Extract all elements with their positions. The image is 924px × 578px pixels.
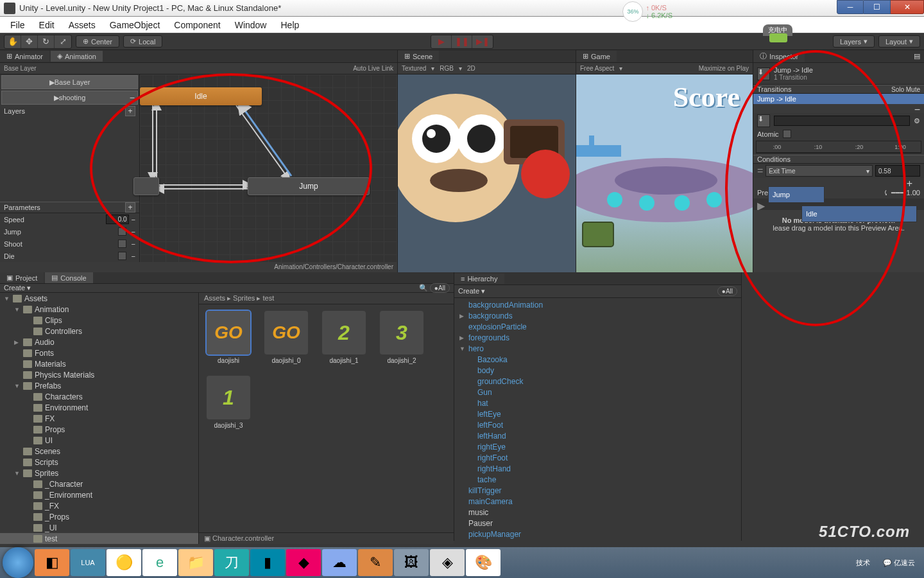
preview-ik-icon[interactable]: ⤹: [883, 189, 889, 197]
add-condition[interactable]: +: [753, 178, 924, 187]
tab-inspector[interactable]: ⓘ Inspector: [753, 50, 805, 62]
tree-item-prefabs[interactable]: ▼Prefabs: [0, 380, 198, 391]
tree-item-animation[interactable]: ▼Animation: [0, 304, 198, 315]
tree-item-test[interactable]: test: [0, 533, 198, 544]
hierarchy-music[interactable]: music: [454, 507, 741, 518]
layer-shooting[interactable]: ▶ shooting−: [1, 91, 138, 105]
step-button[interactable]: ▶❚: [472, 35, 493, 48]
tab-game[interactable]: ⊞ Game: [576, 51, 617, 62]
hierarchy-spawners[interactable]: ▼spawners: [454, 539, 741, 541]
tree-item-audio[interactable]: ▶Audio: [0, 337, 198, 347]
game-aspect[interactable]: Free Aspect: [580, 65, 614, 72]
tree-item-_fx[interactable]: _FX: [0, 500, 198, 511]
tab-project[interactable]: ▣ Project: [0, 272, 44, 283]
hierarchy-explosionParticle[interactable]: explosionParticle: [454, 321, 741, 332]
tab-scene[interactable]: ⊞ Scene: [398, 51, 439, 62]
project-breadcrumb[interactable]: Assets ▸ Sprites ▸ test: [199, 293, 454, 304]
taskbar-app-2[interactable]: LUA: [71, 549, 105, 576]
move-tool[interactable]: ✥: [21, 35, 38, 48]
tree-item-_character[interactable]: _Character: [0, 478, 198, 489]
taskbar-ie[interactable]: e: [142, 549, 177, 576]
hierarchy-backgrounds[interactable]: ▶backgrounds: [454, 310, 741, 321]
tree-item-props[interactable]: Props: [0, 424, 198, 435]
hierarchy-mainCamera[interactable]: mainCamera: [454, 496, 741, 507]
layers-dropdown[interactable]: Layers ▾: [833, 35, 875, 48]
state-jump[interactable]: Jump: [248, 177, 370, 195]
taskbar-app-1[interactable]: ◧: [35, 549, 69, 576]
hierarchy-hat[interactable]: hat: [454, 398, 741, 408]
asset-daojishi[interactable]: GOdaojishi: [205, 311, 252, 364]
hierarchy-foregrounds[interactable]: ▶foregrounds: [454, 332, 741, 343]
pause-button[interactable]: ❚❚: [452, 35, 472, 48]
layer-base[interactable]: ▶ Base Layer: [1, 75, 138, 89]
space-toggle[interactable]: ⟳ Local: [123, 35, 162, 48]
tree-item-scenes[interactable]: Scenes: [0, 446, 198, 457]
taskbar-chrome[interactable]: 🟡: [107, 549, 141, 576]
tab-animator[interactable]: ⊞ Animator: [0, 51, 49, 62]
tree-item-_props[interactable]: _Props: [0, 511, 198, 522]
scene-viewport[interactable]: [398, 74, 576, 272]
hierarchy-Pauser[interactable]: Pauser: [454, 518, 741, 529]
taskbar-explorer[interactable]: 📁: [178, 549, 213, 576]
transition-name-field[interactable]: [774, 116, 910, 126]
hierarchy-groundCheck[interactable]: groundCheck: [454, 376, 741, 387]
pivot-toggle[interactable]: ⊕ Center: [76, 35, 119, 48]
remove-transition[interactable]: −: [753, 104, 924, 113]
hierarchy-leftEye[interactable]: leftEye: [454, 408, 741, 419]
tree-item-fx[interactable]: FX: [0, 413, 198, 424]
taskbar-app-8[interactable]: 🖼: [394, 549, 429, 576]
maximize-button[interactable]: ☐: [864, 0, 891, 14]
tree-item-ui[interactable]: UI: [0, 435, 198, 446]
add-param-button[interactable]: +: [125, 202, 135, 213]
state-unnamed[interactable]: [133, 177, 159, 195]
taskbar-app-5[interactable]: ◆: [286, 549, 321, 576]
hierarchy-backgroundAnimation[interactable]: backgroundAnimation: [454, 299, 741, 310]
state-idle[interactable]: Idle: [140, 87, 262, 105]
asset-daojishi_1[interactable]: 2daojishi_1: [321, 311, 367, 364]
tree-item-scripts[interactable]: Scripts: [0, 457, 198, 468]
param-die[interactable]: Die−: [0, 250, 139, 262]
start-button[interactable]: [3, 547, 33, 578]
scene-rgb[interactable]: RGB: [440, 65, 454, 72]
scene-shading[interactable]: Textured: [402, 65, 426, 72]
condition-type-dropdown[interactable]: Exit Time▾: [766, 165, 873, 177]
hierarchy-rightHand[interactable]: rightHand: [454, 463, 741, 474]
menu-assets[interactable]: Assets: [64, 19, 101, 31]
hierarchy-rightFoot[interactable]: rightFoot: [454, 452, 741, 463]
tree-item-fonts[interactable]: Fonts: [0, 347, 198, 358]
layout-dropdown[interactable]: Layout ▾: [878, 35, 920, 48]
tree-item-sprites[interactable]: ▼Sprites: [0, 468, 198, 478]
asset-daojishi_0[interactable]: GOdaojishi_0: [263, 311, 309, 364]
menu-file[interactable]: File: [5, 19, 30, 31]
menu-window[interactable]: Window: [230, 19, 272, 31]
hierarchy-leftFoot[interactable]: leftFoot: [454, 419, 741, 430]
animator-graph[interactable]: Idle Jump: [140, 74, 397, 262]
hierarchy-tree[interactable]: backgroundAnimation▶backgroundsexplosion…: [454, 298, 741, 541]
taskbar-tray[interactable]: 技术💬 亿速云: [856, 558, 921, 568]
hierarchy-hero[interactable]: ▼hero: [454, 343, 741, 354]
minimize-button[interactable]: ─: [837, 0, 864, 14]
game-viewport[interactable]: Score: [576, 74, 753, 272]
hierarchy-Gun[interactable]: Gun: [454, 387, 741, 398]
hierarchy-create-dropdown[interactable]: Create ▾: [458, 287, 485, 295]
tree-item-characters[interactable]: Characters: [0, 391, 198, 402]
close-button[interactable]: ✕: [891, 0, 924, 14]
breadcrumb-base-layer[interactable]: Base Layer: [4, 65, 37, 72]
tree-item-physics-materials[interactable]: Physics Materials: [0, 369, 198, 380]
param-shoot[interactable]: Shoot−: [0, 238, 139, 250]
tree-item-clips[interactable]: Clips: [0, 315, 198, 326]
scene-2d[interactable]: 2D: [467, 65, 475, 72]
menu-help[interactable]: Help: [275, 19, 304, 31]
scale-tool[interactable]: ⤢: [55, 35, 71, 48]
asset-grid[interactable]: GOdaojishiGOdaojishi_02daojishi_13daojis…: [199, 304, 454, 532]
condition-value-field[interactable]: [875, 165, 920, 177]
asset-daojishi_3[interactable]: 1daojishi_3: [205, 376, 252, 429]
search-icon[interactable]: 🔍: [419, 284, 428, 292]
gear-icon[interactable]: ⚙: [914, 117, 920, 125]
add-layer-button[interactable]: +: [125, 106, 135, 116]
menu-component[interactable]: Component: [169, 19, 225, 31]
param-jump[interactable]: Jump−: [0, 225, 139, 238]
hierarchy-body[interactable]: body: [454, 365, 741, 376]
menu-edit[interactable]: Edit: [34, 19, 60, 31]
menu-gameobject[interactable]: GameObject: [105, 19, 166, 31]
